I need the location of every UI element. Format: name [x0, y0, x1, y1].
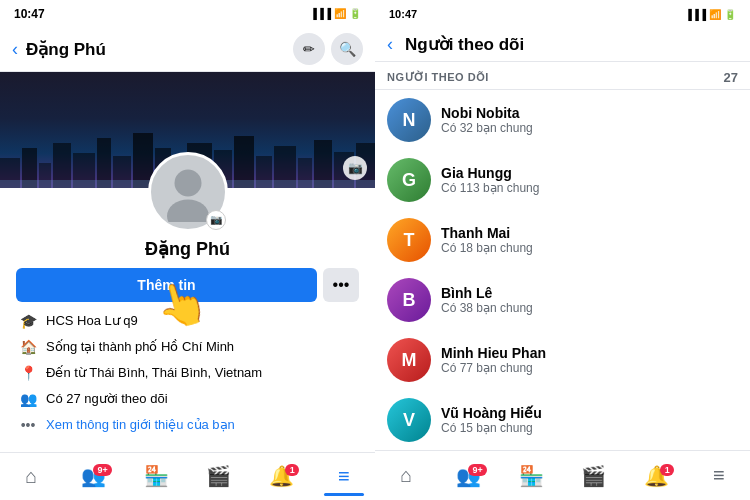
follower-name: Nobi Nobita	[441, 105, 738, 121]
right-nav-notify[interactable]: 🔔 1	[625, 464, 688, 488]
follower-mutual: Có 32 bạn chung	[441, 121, 738, 135]
left-panel: 10:47 ▐▐▐ 📶 🔋 ‹ Đặng Phú ✏ 🔍	[0, 0, 375, 500]
right-nav-home[interactable]: ⌂	[375, 464, 438, 487]
followers-section-count: 27	[724, 70, 738, 85]
right-nav-friends[interactable]: 👥 9+	[438, 464, 501, 488]
right-home-nav-icon: ⌂	[400, 464, 412, 487]
follower-mutual: Có 77 bạn chung	[441, 361, 738, 375]
right-header: ‹ Người theo dõi	[375, 28, 750, 62]
left-nav-friends[interactable]: 👥 9+	[63, 464, 126, 488]
follower-item[interactable]: M Minh Hieu Phan Có 77 bạn chung	[375, 330, 750, 390]
info-followers-text: Có 27 người theo dõi	[46, 391, 168, 406]
profile-buttons-row: Thêm tin •••	[16, 268, 359, 302]
watch-nav-icon: 🎬	[206, 464, 231, 488]
profile-header-title: Đặng Phú	[26, 39, 287, 60]
follower-mutual: Có 15 bạn chung	[441, 421, 738, 435]
right-signal-icon: ▐▐▐	[685, 9, 706, 20]
right-menu-nav-icon: ≡	[713, 464, 725, 487]
location-icon: 📍	[18, 365, 38, 381]
camera-icon: 📷	[210, 214, 222, 225]
more-icon: •••	[333, 276, 350, 294]
svg-point-20	[174, 169, 201, 196]
left-nav-watch[interactable]: 🎬	[188, 464, 251, 488]
left-header: ‹ Đặng Phú ✏ 🔍	[0, 27, 375, 72]
followers-section-header: NGƯỜI THEO DÕI 27	[375, 62, 750, 90]
edit-icon: ✏	[303, 41, 315, 57]
signal-icon: ▐▐▐	[310, 8, 331, 19]
menu-nav-icon: ≡	[338, 465, 350, 488]
info-school-text: HCS Hoa Lư q9	[46, 313, 138, 328]
follower-avatar: N	[387, 98, 431, 142]
wifi-icon: 📶	[334, 8, 346, 19]
dots-icon: •••	[18, 417, 38, 433]
info-item-intro[interactable]: ••• Xem thông tin giới thiệu của bạn	[16, 412, 359, 438]
info-item-school: 🎓 HCS Hoa Lư q9	[16, 308, 359, 334]
follower-info: Bình Lê Có 38 bạn chung	[441, 285, 738, 315]
follower-info: Gia Hungg Có 113 bạn chung	[441, 165, 738, 195]
follower-item[interactable]: G Gia Hungg Có 113 bạn chung	[375, 150, 750, 210]
right-nav-menu[interactable]: ≡	[688, 464, 751, 487]
left-bottom-nav: ⌂ 👥 9+ 🏪 🎬 🔔 1 ≡	[0, 452, 375, 500]
search-button[interactable]: 🔍	[331, 33, 363, 65]
follower-info: Thanh Mai Có 18 bạn chung	[441, 225, 738, 255]
marketplace-nav-icon: 🏪	[144, 464, 169, 488]
left-status-icons: ▐▐▐ 📶 🔋	[310, 8, 361, 19]
right-friends-badge: 9+	[468, 464, 486, 476]
follower-item[interactable]: B Bình Lê Có 38 bạn chung	[375, 270, 750, 330]
info-item-followers: 👥 Có 27 người theo dõi	[16, 386, 359, 412]
right-bottom-nav: ⌂ 👥 9+ 🏪 🎬 🔔 1 ≡	[375, 450, 750, 500]
left-nav-marketplace[interactable]: 🏪	[125, 464, 188, 488]
follower-info: Nobi Nobita Có 32 bạn chung	[441, 105, 738, 135]
home-icon: 🏠	[18, 339, 38, 355]
profile-name: Đặng Phú	[145, 238, 230, 260]
right-nav-watch[interactable]: 🎬	[563, 464, 626, 488]
follower-item[interactable]: T Thanh Mai Có 18 bạn chung	[375, 210, 750, 270]
right-notify-badge: 1	[660, 464, 674, 476]
more-options-button[interactable]: •••	[323, 268, 359, 302]
right-wifi-icon: 📶	[709, 9, 721, 20]
left-nav-menu[interactable]: ≡	[313, 465, 376, 488]
follower-name: Minh Hieu Phan	[441, 345, 738, 361]
follower-info: Minh Hieu Phan Có 77 bạn chung	[441, 345, 738, 375]
followers-section-label: NGƯỜI THEO DÕI	[387, 71, 489, 84]
info-city-text: Sống tại thành phố Hồ Chí Minh	[46, 339, 234, 354]
right-back-button[interactable]: ‹	[387, 34, 393, 55]
follower-avatar: B	[387, 278, 431, 322]
home-nav-icon: ⌂	[25, 465, 37, 488]
follower-avatar: G	[387, 158, 431, 202]
left-time: 10:47	[14, 7, 45, 21]
right-panel: 10:47 ▐▐▐ 📶 🔋 ‹ Người theo dõi NGƯỜI THE…	[375, 0, 750, 500]
them-tin-button[interactable]: Thêm tin	[16, 268, 317, 302]
left-nav-notify[interactable]: 🔔 1	[250, 464, 313, 488]
edit-button[interactable]: ✏	[293, 33, 325, 65]
follower-mutual: Có 38 bạn chung	[441, 301, 738, 315]
battery-icon: 🔋	[349, 8, 361, 19]
left-nav-home[interactable]: ⌂	[0, 465, 63, 488]
info-item-hometown: 📍 Đến từ Thái Bình, Thái Bình, Vietnam	[16, 360, 359, 386]
followers-icon: 👥	[18, 391, 38, 407]
info-list: 🎓 HCS Hoa Lư q9 🏠 Sống tại thành phố Hồ …	[16, 302, 359, 444]
back-button[interactable]: ‹	[12, 39, 18, 60]
search-icon: 🔍	[339, 41, 356, 57]
right-time: 10:47	[389, 8, 417, 20]
follower-avatar: T	[387, 218, 431, 262]
info-item-city: 🏠 Sống tại thành phố Hồ Chí Minh	[16, 334, 359, 360]
right-nav-marketplace[interactable]: 🏪	[500, 464, 563, 488]
follower-avatar: M	[387, 338, 431, 382]
follower-name: Gia Hungg	[441, 165, 738, 181]
follower-name: Thanh Mai	[441, 225, 738, 241]
school-icon: 🎓	[18, 313, 38, 329]
cover-camera-button[interactable]: 📷	[343, 156, 367, 180]
follower-mutual: Có 18 bạn chung	[441, 241, 738, 255]
right-status-bar: 10:47 ▐▐▐ 📶 🔋	[375, 0, 750, 28]
info-intro-link[interactable]: Xem thông tin giới thiệu của bạn	[46, 417, 235, 432]
avatar-camera-button[interactable]: 📷	[206, 210, 226, 230]
follower-avatar: V	[387, 398, 431, 442]
follower-item[interactable]: N Nobi Nobita Có 32 bạn chung	[375, 90, 750, 150]
avatar-wrapper: 📷	[148, 152, 228, 232]
follower-list: N Nobi Nobita Có 32 bạn chung G Gia Hung…	[375, 90, 750, 450]
follower-item[interactable]: V Vũ Hoàng Hiếu Có 15 bạn chung	[375, 390, 750, 450]
follower-name: Bình Lê	[441, 285, 738, 301]
left-status-bar: 10:47 ▐▐▐ 📶 🔋	[0, 0, 375, 27]
follower-mutual: Có 113 bạn chung	[441, 181, 738, 195]
